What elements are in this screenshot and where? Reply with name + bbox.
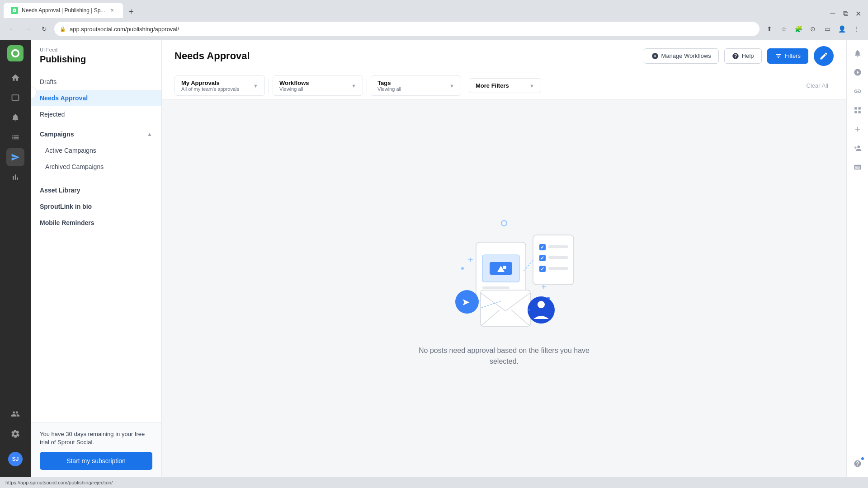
- content-area: + +: [162, 99, 846, 477]
- my-approvals-chevron-icon: ▼: [253, 83, 258, 89]
- maximize-button[interactable]: ⧉: [841, 9, 850, 18]
- svg-point-28: [538, 301, 545, 308]
- right-rail-bell-icon[interactable]: [849, 45, 866, 61]
- right-rail-link-icon[interactable]: [849, 83, 866, 99]
- help-dot: [861, 457, 864, 460]
- empty-state: + +: [409, 210, 599, 367]
- tags-filter-sub: Viewing all: [377, 86, 447, 92]
- back-button[interactable]: ←: [5, 23, 18, 35]
- right-rail: [846, 40, 868, 477]
- help-label: Help: [742, 52, 754, 59]
- minimize-button[interactable]: ─: [828, 9, 837, 18]
- filter-bar: My Approvals All of my team's approvals …: [162, 72, 846, 99]
- rail-icon-inbox[interactable]: [6, 89, 24, 107]
- workflows-filter-label: Workflows: [279, 80, 349, 86]
- share-button[interactable]: ⬆: [763, 23, 776, 35]
- nav-item-campaigns[interactable]: Campaigns ▲: [31, 126, 161, 142]
- main-content: Needs Approval Manage Workflows Help Fil…: [162, 40, 846, 477]
- more-filters-filter[interactable]: More Filters ▼: [469, 78, 541, 93]
- workflows-filter-sub: Viewing all: [279, 86, 349, 92]
- lock-icon: 🔒: [60, 26, 66, 32]
- start-subscription-button[interactable]: Start my subscription: [40, 452, 152, 470]
- rail-icon-analytics[interactable]: [6, 168, 24, 186]
- sidebar: UI Feed Publishing Drafts Needs Approval…: [31, 40, 162, 477]
- my-approvals-filter[interactable]: My Approvals All of my team's approvals …: [175, 75, 265, 96]
- refresh-button[interactable]: ↻: [38, 23, 51, 35]
- workflows-icon: [651, 52, 659, 60]
- tags-filter[interactable]: Tags Viewing all ▼: [371, 75, 461, 96]
- trial-text: You have 30 days remaining in your free …: [40, 430, 152, 446]
- filters-label: Filters: [785, 52, 801, 59]
- nav-section-other: Asset Library SproutLink in bio Mobile R…: [31, 177, 161, 233]
- right-rail-user-add-icon[interactable]: [849, 140, 866, 156]
- tags-chevron-icon: ▼: [449, 83, 454, 89]
- browser-nav: ← → ↻ 🔒 app.sproutsocial.com/publishing/…: [0, 18, 868, 40]
- filters-button[interactable]: Filters: [767, 48, 808, 64]
- bookmark-button[interactable]: ☆: [778, 23, 790, 35]
- nav-item-sproutlink[interactable]: SproutLink in bio: [31, 198, 161, 215]
- clear-all-button[interactable]: Clear All: [801, 79, 834, 93]
- right-rail-keyboard-icon[interactable]: [849, 159, 866, 175]
- close-window-button[interactable]: ✕: [854, 9, 863, 18]
- help-icon: [732, 52, 739, 60]
- rail-icon-list[interactable]: [6, 128, 24, 146]
- svg-rect-10: [482, 286, 509, 289]
- sidebar-nav-container: Drafts Needs Approval Rejected Campaigns…: [31, 68, 161, 422]
- empty-state-illustration: + +: [427, 210, 581, 336]
- svg-point-27: [528, 296, 555, 324]
- help-button[interactable]: Help: [724, 48, 762, 64]
- header-actions: Manage Workflows Help Filters: [644, 46, 834, 66]
- svg-rect-15: [548, 245, 568, 248]
- account-button[interactable]: 👤: [835, 23, 848, 35]
- right-rail-profile-icon[interactable]: [849, 64, 866, 80]
- filters-icon: [775, 52, 782, 60]
- more-filters-label: More Filters: [476, 82, 527, 89]
- profiles-button[interactable]: ⊙: [807, 23, 819, 35]
- nav-item-needs-approval[interactable]: Needs Approval: [31, 90, 161, 106]
- right-rail-help-icon[interactable]: [849, 455, 866, 472]
- svg-text:+: +: [468, 255, 473, 265]
- workflows-filter[interactable]: Workflows Viewing all ▼: [273, 75, 363, 96]
- nav-item-rejected[interactable]: Rejected: [31, 106, 161, 122]
- nav-item-archived-campaigns[interactable]: Archived Campaigns: [31, 159, 161, 175]
- main-header: Needs Approval Manage Workflows Help Fil…: [162, 40, 846, 72]
- filter-divider-2: [367, 79, 367, 93]
- svg-text:➤: ➤: [462, 296, 470, 308]
- svg-point-0: [501, 221, 507, 226]
- rail-icon-notifications[interactable]: [6, 108, 24, 127]
- right-rail-add-icon[interactable]: [849, 121, 866, 137]
- nav-item-mobile-reminders[interactable]: Mobile Reminders: [31, 215, 161, 231]
- rail-icon-home[interactable]: [6, 69, 24, 87]
- svg-text:✓: ✓: [540, 244, 544, 250]
- nav-item-drafts[interactable]: Drafts: [31, 74, 161, 90]
- new-tab-button[interactable]: +: [125, 5, 137, 18]
- app-layout: SJ UI Feed Publishing Drafts Needs Appro…: [0, 40, 868, 477]
- svg-point-2: [461, 267, 464, 270]
- nav-item-asset-library[interactable]: Asset Library: [31, 182, 161, 198]
- user-avatar[interactable]: SJ: [8, 452, 23, 466]
- menu-button[interactable]: ⋮: [850, 23, 863, 35]
- forward-button[interactable]: →: [22, 23, 34, 35]
- rail-icon-publishing[interactable]: [6, 148, 24, 166]
- compose-button[interactable]: [814, 46, 834, 66]
- rail-icon-settings[interactable]: [6, 425, 24, 443]
- status-url: https://app.sproutsocial.com/publishing/…: [5, 480, 113, 485]
- rail-icon-users[interactable]: [6, 405, 24, 423]
- extensions-button[interactable]: 🧩: [792, 23, 805, 35]
- right-rail-grid-icon[interactable]: [849, 102, 866, 118]
- sprout-logo[interactable]: [7, 45, 24, 61]
- browser-chrome: Needs Approval | Publishing | Sp... × + …: [0, 0, 868, 40]
- nav-section-main: Drafts Needs Approval Rejected: [31, 72, 161, 124]
- manage-workflows-button[interactable]: Manage Workflows: [644, 48, 719, 64]
- sidebar-breadcrumb[interactable]: UI Feed: [40, 47, 152, 52]
- sidebar-header: UI Feed Publishing: [31, 40, 161, 68]
- svg-rect-21: [548, 267, 568, 270]
- my-approvals-label: My Approvals: [181, 80, 250, 86]
- address-bar[interactable]: 🔒 app.sproutsocial.com/publishing/approv…: [54, 22, 760, 36]
- svg-rect-18: [548, 256, 568, 259]
- layout-button[interactable]: ▭: [821, 23, 834, 35]
- url-text: app.sproutsocial.com/publishing/approval…: [70, 26, 179, 33]
- nav-item-active-campaigns[interactable]: Active Campaigns: [31, 142, 161, 159]
- workflows-chevron-icon: ▼: [351, 83, 356, 89]
- tab-close-button[interactable]: ×: [108, 7, 116, 14]
